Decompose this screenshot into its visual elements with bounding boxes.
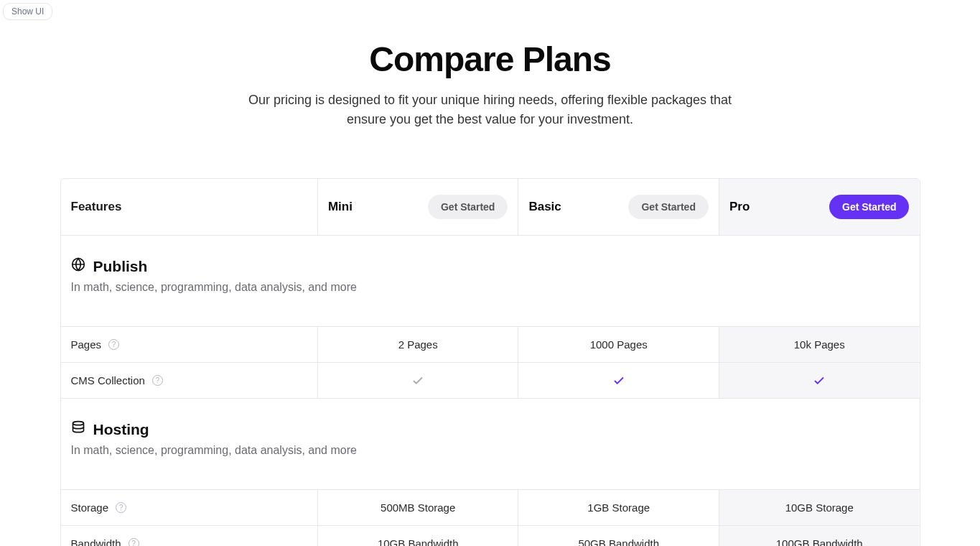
section-title-publish: Publish [93,258,148,275]
help-icon[interactable]: ? [152,375,163,386]
value-storage-pro: 10GB Storage [719,490,920,525]
svg-point-1 [73,422,83,425]
value-bandwidth-basic: 50GB Bandwidth [518,526,719,546]
plan-name-mini: Mini [328,200,353,214]
page-subtitle: Our pricing is designed to fit your uniq… [239,91,742,129]
plan-name-basic: Basic [528,200,561,214]
plan-header-basic: Basic Get Started [518,179,719,235]
feature-label-bandwidth: Bandwidth [71,537,121,546]
help-icon[interactable]: ? [108,339,119,350]
value-cms-pro [719,363,920,398]
check-icon [411,374,424,387]
plan-header-mini: Mini Get Started [318,179,519,235]
table-header-row: Features Mini Get Started Basic Get Star… [61,179,920,235]
value-cms-basic [518,363,719,398]
value-pages-pro: 10k Pages [719,327,920,362]
database-icon [71,420,85,438]
features-header: Features [61,179,318,235]
get-started-pro-button[interactable]: Get Started [829,195,909,219]
section-desc-publish: In math, science, programming, data anal… [71,281,910,294]
section-hosting: Hosting In math, science, programming, d… [61,398,920,489]
feature-label-pages: Pages [71,338,102,351]
feature-label-cms: CMS Collection [71,374,145,387]
row-pages: Pages ? 2 Pages 1000 Pages 10k Pages [61,326,920,362]
value-pages-basic: 1000 Pages [518,327,719,362]
value-bandwidth-mini: 10GB Bandwidth [318,526,519,546]
compare-table: Features Mini Get Started Basic Get Star… [60,178,920,546]
plan-header-pro: Pro Get Started [719,179,920,235]
row-cms: CMS Collection ? [61,362,920,398]
value-pages-mini: 2 Pages [318,327,519,362]
get-started-basic-button[interactable]: Get Started [628,195,708,219]
section-desc-hosting: In math, science, programming, data anal… [71,444,910,457]
page-title: Compare Plans [239,40,742,79]
value-bandwidth-pro: 100GB Bandwidth [719,526,920,546]
value-storage-basic: 1GB Storage [518,490,719,525]
check-icon [612,374,625,387]
globe-icon [71,257,85,275]
check-icon [813,374,826,387]
value-storage-mini: 500MB Storage [318,490,519,525]
show-ui-button[interactable]: Show UI [3,3,52,20]
value-cms-mini [318,363,519,398]
row-storage: Storage ? 500MB Storage 1GB Storage 10GB… [61,489,920,525]
section-publish: Publish In math, science, programming, d… [61,235,920,326]
row-bandwidth: Bandwidth ? 10GB Bandwidth 50GB Bandwidt… [61,525,920,546]
plan-name-pro: Pro [729,200,750,214]
help-icon[interactable]: ? [116,502,126,513]
get-started-mini-button[interactable]: Get Started [428,195,508,219]
feature-label-storage: Storage [71,501,109,514]
help-icon[interactable]: ? [129,538,139,546]
section-title-hosting: Hosting [93,421,149,438]
